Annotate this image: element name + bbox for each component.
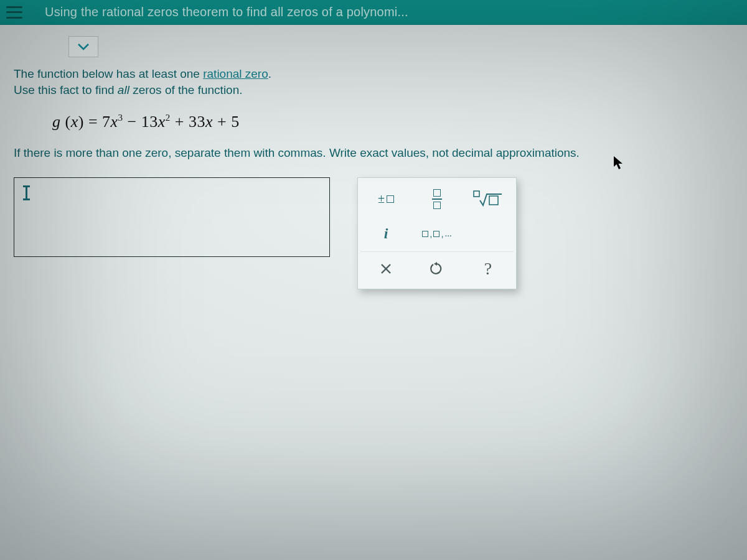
- svg-rect-3: [474, 191, 479, 197]
- fraction-icon: [432, 189, 442, 209]
- svg-rect-2: [23, 198, 30, 200]
- equation-display: g (x) = 7x3 − 13x2 + 33x + 5: [52, 113, 733, 131]
- plus-minus-icon: ±: [378, 192, 385, 206]
- prompt-line1-post: .: [268, 67, 271, 80]
- prompt-line2-pre: Use this fact to find: [14, 83, 118, 96]
- clear-button[interactable]: [360, 252, 411, 286]
- svg-marker-7: [434, 262, 437, 266]
- svg-rect-4: [489, 196, 498, 205]
- list-icon: ,,...: [422, 228, 452, 239]
- math-palette: ±: [357, 177, 517, 289]
- palette-spacer: [463, 217, 514, 251]
- plus-minus-button[interactable]: ±: [360, 182, 411, 217]
- svg-rect-1: [23, 185, 30, 187]
- nth-root-icon: [473, 190, 503, 208]
- prompt-line1-pre: The function below has at least one: [14, 67, 203, 80]
- prompt-line2-post: zeros of the function.: [129, 83, 243, 96]
- instruction-text: If there is more than one zero, separate…: [14, 145, 733, 161]
- mouse-cursor-icon: [613, 156, 624, 170]
- fraction-button[interactable]: [411, 182, 463, 217]
- answer-input[interactable]: [14, 177, 330, 257]
- problem-statement: The function below has at least one rati…: [14, 66, 733, 98]
- prompt-line2-em: all: [118, 83, 129, 96]
- app-header: Using the rational zeros theorem to find…: [0, 0, 747, 25]
- list-button[interactable]: ,,...: [411, 217, 463, 251]
- imaginary-i-button[interactable]: i: [360, 217, 411, 251]
- collapse-toggle[interactable]: [68, 36, 98, 57]
- rational-zero-link[interactable]: rational zero: [203, 67, 268, 80]
- page-title: Using the rational zeros theorem to find…: [45, 5, 408, 19]
- chevron-down-icon: [77, 42, 90, 51]
- close-icon: [380, 263, 392, 275]
- nth-root-button[interactable]: [463, 182, 514, 217]
- menu-icon[interactable]: [6, 6, 22, 19]
- input-caret-icon: [22, 184, 32, 204]
- reset-icon: [430, 262, 444, 276]
- svg-rect-0: [26, 187, 27, 199]
- reset-button[interactable]: [411, 252, 463, 286]
- help-button[interactable]: ?: [463, 252, 514, 286]
